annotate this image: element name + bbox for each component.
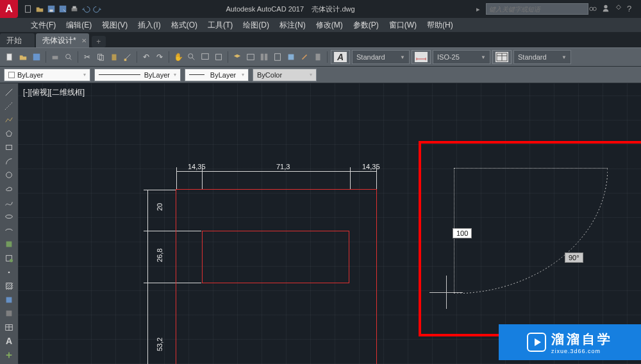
menu-param[interactable]: 参数(P) [348,20,384,31]
layer-icon[interactable] [231,51,243,63]
arc-icon[interactable] [2,155,16,168]
zoom-icon[interactable] [186,51,197,63]
binoculars-icon[interactable] [588,4,599,14]
svg-rect-22 [265,54,267,61]
color-combo[interactable]: ByLayer ▾ [4,69,90,81]
open-icon[interactable] [17,51,29,63]
text-style-button[interactable]: A [331,50,350,64]
revcloud-icon[interactable] [2,183,16,195]
menu-modify[interactable]: 修改(M) [311,20,348,31]
open-icon[interactable] [35,4,45,14]
dynamic-input-angle: 90° [565,252,583,263]
saveas-icon[interactable] [58,4,68,14]
help-icon[interactable]: ? [627,4,637,14]
new-icon[interactable] [4,51,15,63]
lineweight-combo[interactable]: ByLayer ▾ [185,69,249,81]
tab-label: 壳体设计* [42,35,76,46]
chevron-down-icon: ▾ [83,72,86,78]
user-icon[interactable] [601,4,612,14]
table-style-icon [495,52,508,62]
print-icon[interactable] [49,51,61,63]
ellipse-arc-icon[interactable] [2,224,16,237]
paste-icon[interactable] [108,51,120,63]
table-icon[interactable] [2,321,16,334]
menu-view[interactable]: 视图(V) [97,20,133,31]
save-icon[interactable] [31,51,42,63]
window-title: Autodesk AutoCAD 2017 壳体设计.dwg [108,4,473,14]
design-center-icon[interactable] [258,51,270,63]
point-icon[interactable] [2,266,16,279]
print-icon[interactable] [69,4,79,14]
plotstyle-combo[interactable]: ByColor ▾ [253,69,317,81]
gradient-icon[interactable] [2,294,16,306]
text-style-combo[interactable]: Standard ▼ [352,50,410,64]
chevron-down-icon: ▼ [400,54,405,60]
zoom-window-icon[interactable] [199,51,211,63]
save-icon[interactable] [46,4,56,14]
undo-icon[interactable]: ↶ [140,51,152,63]
hatch-icon[interactable] [2,279,16,292]
app-logo[interactable]: A [0,0,18,18]
zoom-extent-icon[interactable] [213,51,224,63]
region-icon[interactable] [2,308,16,320]
tab-active-document[interactable]: 壳体设计* ✕ [36,33,89,47]
table-style-combo[interactable]: Standard ▼ [513,50,571,64]
tool-palette-icon[interactable] [272,51,283,63]
circle-icon[interactable] [2,169,16,182]
exchange-icon[interactable] [614,4,624,14]
polyline-icon[interactable] [2,113,16,126]
mtext-icon[interactable]: A [2,335,16,348]
redo-icon[interactable] [92,4,103,14]
title-right-controls: ? [588,4,641,14]
tab-new-button[interactable]: + [92,36,106,47]
pan-icon[interactable]: ✋ [172,51,184,63]
addselected-icon[interactable] [2,349,16,361]
rectangle-icon[interactable] [2,141,16,154]
close-icon[interactable]: ✕ [81,37,87,44]
menu-format[interactable]: 格式(O) [166,20,203,31]
dimension-text: 26,8 [156,249,163,262]
menu-dimension[interactable]: 标注(N) [274,20,311,31]
copy-icon[interactable] [95,51,106,63]
table-style-value: Standard [518,53,547,61]
construction-line-icon[interactable] [2,100,16,113]
markup-icon[interactable] [299,51,310,63]
make-block-icon[interactable] [2,252,16,265]
drawing-canvas[interactable]: [-][俯视][二维线框] 14,35 71,3 14,35 20 26,8 5… [18,83,641,364]
separator [137,51,137,63]
insert-block-icon[interactable] [2,238,16,251]
polygon-icon[interactable] [2,128,16,140]
ellipse-icon[interactable] [2,210,16,223]
preview-icon[interactable] [63,51,74,63]
sheet-set-icon[interactable] [285,51,297,63]
caret-icon[interactable]: ▸ [473,4,483,14]
properties-icon[interactable] [245,51,256,63]
new-icon[interactable] [23,4,33,14]
tab-start[interactable]: 开始 [0,33,35,47]
document-tabs: 开始 壳体设计* ✕ + [0,32,641,47]
watermark-subtitle: zixue.3d66.com [551,348,613,354]
line-icon[interactable] [2,86,16,99]
match-icon[interactable] [122,51,133,63]
dim-style-button[interactable] [412,50,431,64]
menu-tools[interactable]: 工具(T) [203,20,238,31]
dynamic-input-length[interactable]: 100 [453,228,472,238]
menu-file[interactable]: 文件(F) [26,20,61,31]
menu-window[interactable]: 窗口(W) [384,20,422,31]
menu-insert[interactable]: 插入(I) [133,20,165,31]
menu-help[interactable]: 帮助(H) [422,20,458,31]
cut-icon[interactable]: ✂ [81,51,93,63]
menu-draw[interactable]: 绘图(D) [238,20,274,31]
dim-style-combo[interactable]: ISO-25 ▼ [433,50,490,64]
lineweight-value: ByLayer [210,71,236,79]
spline-icon[interactable] [2,197,16,210]
linetype-combo[interactable]: ByLayer ▾ [94,69,181,81]
search-input[interactable] [486,3,588,15]
table-style-button[interactable] [492,50,512,64]
menu-edit[interactable]: 编辑(E) [61,20,97,31]
chevron-down-icon: ▾ [174,72,176,78]
calc-icon[interactable] [312,51,324,63]
svg-rect-30 [6,242,12,247]
redo-icon[interactable]: ↷ [154,51,165,63]
undo-icon[interactable] [81,4,91,14]
